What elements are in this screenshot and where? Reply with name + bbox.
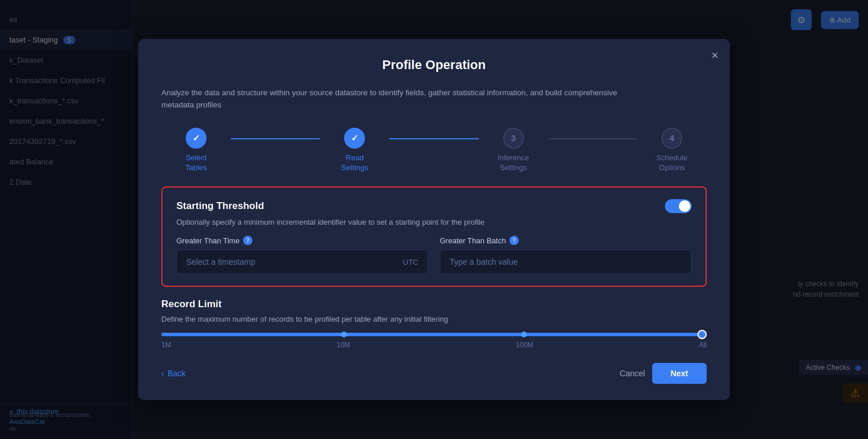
threshold-toggle[interactable]: [665, 199, 692, 213]
utc-suffix: UTC: [403, 258, 418, 267]
batch-input-wrapper[interactable]: [440, 250, 692, 274]
batch-input[interactable]: [450, 257, 682, 267]
record-limit-description: Define the maximum number of records to …: [161, 315, 707, 323]
batch-label: Greater Than Batch ?: [440, 236, 692, 245]
record-limit-section: Record Limit Define the maximum number o…: [161, 298, 707, 349]
slider-mid1: [341, 332, 347, 337]
greater-than-time-group: Greater Than Time ? UTC: [176, 236, 428, 274]
record-limit-slider[interactable]: 1M 10M 100M All: [161, 333, 707, 349]
batch-help-icon[interactable]: ?: [509, 236, 519, 245]
connector-3: [548, 138, 637, 139]
chevron-left-icon: ‹: [161, 369, 164, 378]
step-3-circle: 3: [503, 128, 524, 149]
close-button[interactable]: ×: [711, 49, 718, 61]
step-2-label: ReadSettings: [341, 153, 368, 173]
step-3-label: InferenceSettings: [498, 153, 529, 173]
step-1-label: SelectTables: [185, 153, 207, 173]
threshold-section: Starting Threshold Optionally specify a …: [161, 186, 707, 287]
profile-operation-modal: × Profile Operation Analyze the data and…: [138, 39, 730, 401]
cancel-button[interactable]: Cancel: [620, 369, 645, 378]
footer-right: Cancel Next: [620, 363, 707, 384]
connector-1: [231, 138, 320, 139]
stepper: ✓ SelectTables ✓ ReadSettings 3 Inferenc…: [161, 128, 707, 173]
step-4-label: ScheduleOptions: [656, 153, 688, 173]
slider-mid2: [521, 332, 527, 337]
slider-labels: 1M 10M 100M All: [161, 341, 707, 349]
record-limit-title: Record Limit: [161, 298, 707, 310]
connector-2: [389, 138, 478, 139]
slider-label-all: All: [699, 341, 707, 349]
threshold-title: Starting Threshold: [176, 200, 264, 212]
time-label: Greater Than Time ?: [176, 236, 428, 245]
modal-overlay: × Profile Operation Analyze the data and…: [0, 0, 868, 439]
time-input[interactable]: [186, 257, 403, 267]
time-help-icon[interactable]: ?: [243, 236, 252, 245]
modal-description: Analyze the data and structure within yo…: [161, 87, 637, 111]
next-button[interactable]: Next: [652, 363, 707, 384]
slider-label-100m: 100M: [516, 341, 533, 349]
slider-track: [161, 333, 707, 336]
modal-title: Profile Operation: [161, 57, 707, 73]
step-3: 3 InferenceSettings: [479, 128, 548, 173]
step-1-circle: ✓: [186, 128, 207, 149]
step-2: ✓ ReadSettings: [320, 128, 389, 173]
step-2-circle: ✓: [344, 128, 365, 149]
slider-label-1m: 1M: [161, 341, 171, 349]
threshold-description: Optionally specify a minimum incremental…: [176, 218, 692, 226]
threshold-header: Starting Threshold: [176, 199, 692, 213]
greater-than-batch-group: Greater Than Batch ?: [440, 236, 692, 274]
modal-footer: ‹ Back Cancel Next: [161, 363, 707, 384]
back-button[interactable]: ‹ Back: [161, 369, 186, 378]
step-1: ✓ SelectTables: [161, 128, 231, 173]
time-input-wrapper[interactable]: UTC: [176, 250, 428, 274]
slider-label-10m: 10M: [337, 341, 350, 349]
step-4: 4 ScheduleOptions: [637, 128, 707, 173]
slider-thumb[interactable]: [697, 330, 707, 339]
threshold-fields: Greater Than Time ? UTC Greater Than Bat…: [176, 236, 692, 274]
step-4-circle: 4: [661, 128, 682, 149]
